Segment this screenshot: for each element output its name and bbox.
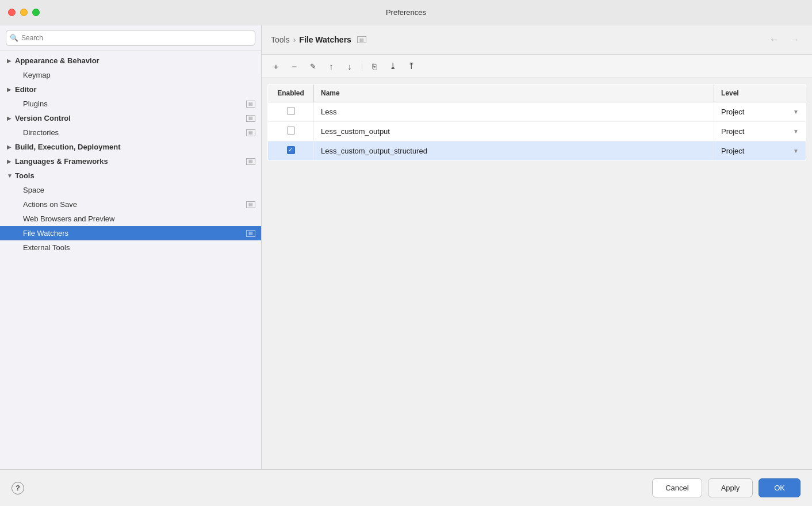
sidebar-item-plugins[interactable]: Plugins ▤: [0, 97, 261, 111]
repo-icon: ▤: [246, 115, 255, 122]
sidebar-item-actions-on-save[interactable]: Actions on Save ▤: [0, 197, 261, 212]
breadcrumb-separator: ›: [293, 35, 296, 44]
sidebar-item-label: Plugins: [23, 99, 244, 108]
level-cell[interactable]: Project ▼: [714, 122, 806, 141]
sidebar-item-label: Web Browsers and Preview: [23, 214, 255, 223]
repo-icon: ▤: [246, 201, 255, 208]
sidebar: 🔍 ▶ Appearance & Behavior Keymap ▶: [0, 25, 262, 469]
toolbar: + − ✎ ↑ ↓ ⎘ ⤓: [262, 55, 812, 78]
remove-icon: −: [292, 62, 297, 71]
sidebar-item-external-tools[interactable]: External Tools: [0, 240, 261, 255]
table-body: Less Project ▼: [268, 102, 806, 161]
sidebar-item-appearance-behavior[interactable]: ▶ Appearance & Behavior: [0, 53, 261, 68]
level-cell[interactable]: Project ▼: [714, 102, 806, 122]
level-value: Project: [721, 127, 744, 136]
main-content: 🔍 ▶ Appearance & Behavior Keymap ▶: [0, 25, 812, 469]
minimize-button[interactable]: [20, 9, 28, 16]
enabled-checkbox[interactable]: [287, 126, 295, 135]
search-icon: 🔍: [10, 34, 18, 42]
col-level: Level: [714, 85, 806, 102]
close-button[interactable]: [8, 9, 16, 16]
table-row[interactable]: Less_custom_output Project ▼: [268, 122, 806, 141]
traffic-lights: [8, 9, 40, 16]
sidebar-list: ▶ Appearance & Behavior Keymap ▶ Editor …: [0, 51, 261, 469]
sidebar-item-web-browsers-preview[interactable]: Web Browsers and Preview: [0, 212, 261, 226]
sidebar-item-tools[interactable]: ▼ Tools: [0, 168, 261, 183]
dropdown-arrow-icon: ▼: [793, 148, 799, 154]
remove-button[interactable]: −: [286, 58, 303, 74]
arrow-down-icon: ↓: [347, 62, 352, 71]
sidebar-item-label: External Tools: [23, 243, 255, 252]
name-cell: Less: [314, 102, 714, 122]
apply-button[interactable]: Apply: [708, 478, 753, 497]
export-icon: ⤒: [408, 61, 415, 71]
breadcrumb: Tools › File Watchers ▤: [271, 35, 366, 44]
help-button[interactable]: ?: [12, 482, 24, 494]
repo-icon: ▤: [246, 129, 255, 136]
sidebar-item-label: Languages & Frameworks: [15, 157, 244, 166]
ok-button[interactable]: OK: [759, 478, 800, 497]
sidebar-item-label: Editor: [15, 85, 255, 94]
preferences-window: Preferences 🔍 ▶ Appearance & Behavior: [0, 0, 812, 506]
search-bar: 🔍: [0, 25, 261, 51]
copy-icon: ⎘: [372, 62, 377, 71]
level-cell[interactable]: Project ▼: [714, 141, 806, 161]
sidebar-item-directories[interactable]: Directories ▤: [0, 125, 261, 140]
chevron-right-icon: ▶: [7, 57, 15, 64]
table-row[interactable]: Less_custom_output_structured Project ▼: [268, 141, 806, 161]
footer: ? Cancel Apply OK: [0, 469, 812, 506]
cancel-button[interactable]: Cancel: [652, 478, 702, 497]
add-button[interactable]: +: [267, 58, 285, 74]
forward-button[interactable]: →: [787, 33, 803, 46]
sidebar-item-label: File Watchers: [23, 229, 244, 237]
sidebar-item-build-execution-deployment[interactable]: ▶ Build, Execution, Deployment: [0, 140, 261, 154]
table-container: Enabled Name Level Less: [262, 78, 812, 469]
breadcrumb-parent: Tools: [271, 35, 290, 44]
sidebar-item-label: Keymap: [23, 71, 255, 79]
sidebar-item-label: Directories: [23, 128, 244, 137]
sidebar-item-label: Build, Execution, Deployment: [15, 143, 255, 151]
breadcrumb-repo-icon: ▤: [357, 36, 366, 43]
repo-icon: ▤: [246, 230, 255, 237]
col-name: Name: [314, 85, 714, 102]
sidebar-item-keymap[interactable]: Keymap: [0, 68, 261, 82]
sidebar-item-version-control[interactable]: ▶ Version Control ▤: [0, 111, 261, 125]
chevron-right-icon: ▶: [7, 158, 15, 164]
chevron-right-icon: ▶: [7, 115, 15, 121]
sidebar-item-label: Appearance & Behavior: [15, 56, 255, 65]
footer-right: Cancel Apply OK: [652, 478, 800, 497]
dropdown-arrow-icon: ▼: [793, 109, 799, 115]
chevron-down-icon: ▼: [7, 172, 15, 179]
enabled-cell[interactable]: [268, 141, 314, 161]
import-button[interactable]: ⤓: [384, 58, 401, 74]
edit-button[interactable]: ✎: [304, 58, 321, 74]
add-icon: +: [274, 62, 279, 71]
sidebar-item-editor[interactable]: ▶ Editor: [0, 82, 261, 97]
enabled-checkbox[interactable]: [287, 146, 295, 154]
sidebar-item-file-watchers[interactable]: File Watchers ▤: [0, 226, 261, 240]
enabled-cell[interactable]: [268, 102, 314, 122]
footer-left: ?: [12, 482, 24, 494]
move-up-button[interactable]: ↑: [323, 58, 340, 74]
name-cell: Less_custom_output_structured: [314, 141, 714, 161]
table-row[interactable]: Less Project ▼: [268, 102, 806, 122]
back-button[interactable]: ←: [766, 33, 782, 46]
edit-icon: ✎: [310, 62, 316, 71]
maximize-button[interactable]: [32, 9, 40, 16]
export-button[interactable]: ⤒: [403, 58, 420, 74]
enabled-checkbox[interactable]: [287, 107, 295, 115]
right-panel: Tools › File Watchers ▤ ← → + −: [262, 25, 812, 469]
copy-button[interactable]: ⎘: [366, 58, 383, 74]
sidebar-item-space[interactable]: Space: [0, 183, 261, 197]
search-input[interactable]: [6, 30, 255, 46]
arrow-up-icon: ↑: [329, 62, 334, 71]
toolbar-separator: [362, 61, 362, 71]
sidebar-item-label: Version Control: [15, 114, 244, 122]
import-icon: ⤓: [389, 61, 397, 71]
sidebar-item-languages-frameworks[interactable]: ▶ Languages & Frameworks ▤: [0, 154, 261, 168]
enabled-cell[interactable]: [268, 122, 314, 141]
breadcrumb-current: File Watchers: [299, 35, 351, 44]
dropdown-arrow-icon: ▼: [793, 128, 799, 135]
panel-header: Tools › File Watchers ▤ ← →: [262, 25, 812, 55]
move-down-button[interactable]: ↓: [341, 58, 358, 74]
